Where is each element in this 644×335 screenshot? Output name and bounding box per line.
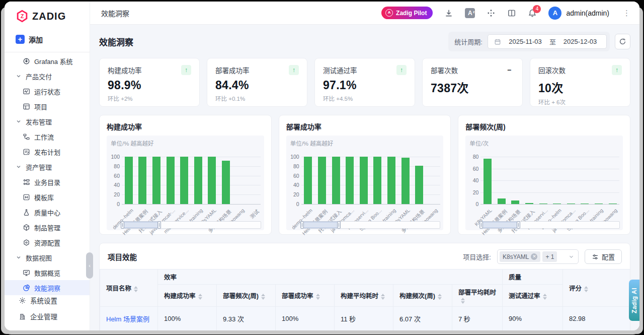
sort-caret-icon[interactable] [198, 294, 202, 300]
sidebar-item-label: 项目 [34, 102, 47, 111]
datazoom-selection[interactable] [302, 222, 339, 228]
sidebar-item-label: 数据视图 [26, 253, 52, 262]
zadig-ai-tab[interactable]: Zadig AI [629, 280, 639, 321]
more-icon[interactable]: ⋮ [621, 9, 632, 18]
sort-caret-icon[interactable] [543, 294, 547, 300]
notification-badge: 4 [533, 5, 541, 13]
refresh-button[interactable] [615, 34, 630, 49]
col-header[interactable]: 部署频次(周) [217, 285, 276, 307]
bar-多端异构场景 [222, 161, 230, 204]
sort-caret-icon[interactable] [316, 294, 320, 300]
datazoom-slider[interactable] [480, 221, 620, 229]
translate-icon[interactable]: Az [465, 8, 475, 18]
sidebar-item-10[interactable]: 质量中心 [5, 205, 90, 220]
datazoom-handle-left[interactable] [300, 221, 304, 229]
col-header[interactable]: 部署成功率 [276, 285, 335, 307]
metric-cell: 9.33 次 [217, 307, 276, 331]
col-header[interactable]: 构建成功率 [158, 285, 217, 307]
chevron-down-icon [16, 254, 22, 260]
sidebar-item-0[interactable]: Grafana 系统 [5, 53, 90, 69]
artifact-icon [23, 224, 30, 231]
col-header-score[interactable]: 评分 [563, 270, 630, 307]
sidebar-item-9[interactable]: 模板库 [5, 189, 90, 205]
app-logo[interactable]: Z ZADIG [5, 2, 90, 23]
chart-unit-note: 单位/次 [469, 139, 489, 147]
config-button[interactable]: 配置 [585, 249, 622, 264]
trend-up-icon: ↑ [396, 65, 407, 75]
project-link[interactable]: Helm 场景案例 [106, 315, 149, 323]
datazoom-handle-left[interactable] [121, 221, 124, 229]
datazoom-selection[interactable] [122, 222, 159, 228]
datazoom-handle-left[interactable] [479, 221, 483, 229]
kpi-delta: 环比 + 6次 [538, 98, 622, 106]
metric-cell: 90% [503, 307, 563, 331]
sidebar-bottom-item-0[interactable]: 系统设置 [5, 292, 90, 308]
sidebar-item-5[interactable]: 工作流 [5, 129, 90, 144]
project-icon [23, 103, 30, 110]
sidebar-item-label: 产品交付 [26, 72, 52, 81]
datazoom-selection[interactable] [481, 222, 518, 228]
sidebar-item-8[interactable]: 业务目录 [5, 174, 90, 189]
tag-close-icon[interactable]: ✕ [531, 253, 537, 260]
datazoom-handle-right[interactable] [157, 221, 161, 229]
kpi-card-1: 部署成功率↑84.4%环比 +0.1% [207, 58, 307, 107]
date-range-input[interactable]: 2025-11-03 至 2025-12-03 [488, 34, 607, 49]
config-label: 配置 [602, 252, 615, 261]
datazoom-slider[interactable] [301, 221, 441, 229]
add-button[interactable]: + 添加 [5, 33, 90, 46]
sidebar-item-6[interactable]: 发布计划 [5, 144, 90, 159]
sidebar-item-3[interactable]: 项目 [5, 99, 90, 114]
project-select[interactable]: K8sYAML ✕ + 1 [497, 249, 579, 264]
sort-caret-icon[interactable] [134, 286, 138, 292]
sidebar-item-2[interactable]: 运行状态 [5, 84, 90, 99]
sidebar-item-12[interactable]: 资源配置 [5, 235, 90, 250]
table-title: 项目效能 [108, 251, 137, 262]
date-from[interactable]: 2025-11-03 [505, 38, 545, 45]
docs-icon[interactable] [507, 9, 516, 18]
sidebar-item-11[interactable]: 制品管理 [5, 220, 90, 235]
col-header[interactable]: 构建平均耗时 [335, 285, 393, 307]
kpi-value: 98.9% [108, 79, 191, 92]
sort-caret-icon[interactable] [584, 286, 588, 292]
download-icon[interactable] [444, 9, 453, 18]
col-header-project-name[interactable]: 项目名称 [100, 270, 158, 307]
col-header[interactable]: 构建频次(周) [393, 285, 452, 307]
sort-caret-icon[interactable] [438, 294, 442, 300]
date-to[interactable]: 2025-12-03 [560, 38, 600, 45]
sidebar-bottom-menu: 系统设置企业管理 [5, 292, 90, 324]
zadig-pilot-button[interactable]: A Zadig Pilot [381, 7, 433, 19]
selected-project-tag: K8sYAML ✕ [500, 251, 540, 262]
sidebar-item-4[interactable]: 发布管理 [5, 114, 90, 129]
sort-caret-icon[interactable] [261, 294, 265, 300]
y-axis-tick: 60 [286, 173, 299, 179]
kpi-top: 测试通过率↑ [323, 65, 407, 75]
col-header[interactable]: 部署平均耗时 [452, 285, 503, 307]
user-menu[interactable]: A admin(admin) [548, 7, 609, 20]
datazoom-handle-right[interactable] [517, 221, 520, 229]
sort-caret-icon[interactable] [381, 294, 385, 300]
kpi-top: 部署次数− [431, 65, 514, 75]
sidebar-item-7[interactable]: 资产管理 [5, 159, 90, 174]
col-header[interactable]: 测试通过率 [503, 285, 563, 307]
avatar: A [548, 7, 561, 20]
kpi-delta: 环比 +4.5% [323, 94, 407, 102]
bar-demo--helm [553, 204, 561, 204]
sidebar-collapse-handle[interactable]: ‹ [86, 252, 93, 279]
sidebar-item-14[interactable]: 数据概览 [5, 265, 90, 280]
sidebar-item-13[interactable]: 数据视图 [5, 250, 90, 265]
datazoom-slider[interactable] [122, 221, 261, 229]
bar-K8sYAML [208, 157, 216, 204]
sidebar-bottom-item-1[interactable]: 企业管理 [5, 308, 90, 324]
sort-caret-icon[interactable] [461, 298, 465, 304]
sidebar-item-label: 业务目录 [34, 177, 60, 187]
y-axis-tick: 100 [107, 154, 120, 160]
kpi-top: 回滚次数↑ [538, 65, 622, 75]
page-title: 效能洞察 [99, 35, 133, 48]
sidebar-item-1[interactable]: 产品交付 [5, 69, 90, 84]
project-name-cell: Helm 场景案例 [100, 307, 158, 331]
bar-training [387, 157, 395, 204]
sparkles-icon[interactable] [487, 9, 496, 18]
bell-icon[interactable]: 4 [528, 9, 537, 18]
tune-icon [592, 253, 599, 260]
datazoom-handle-right[interactable] [337, 221, 341, 229]
